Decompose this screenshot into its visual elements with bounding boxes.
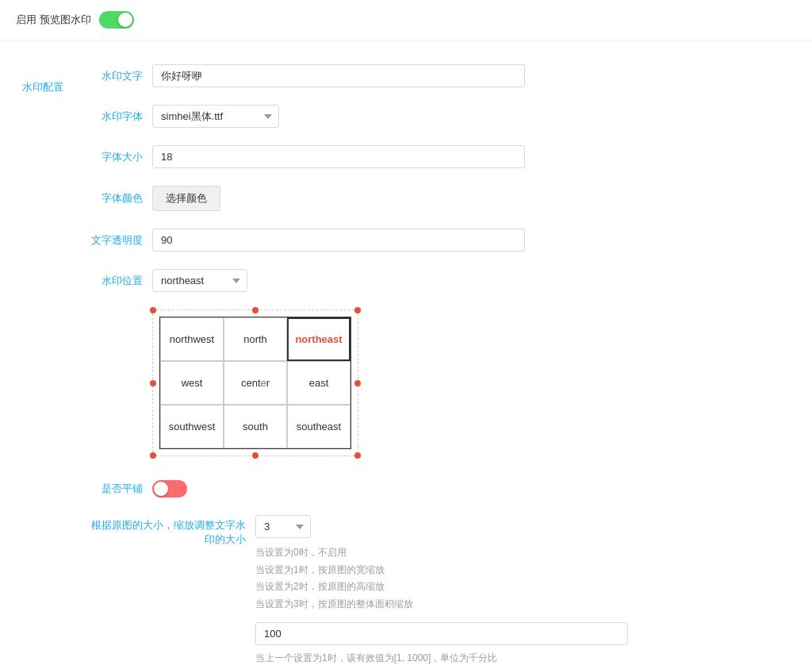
config-area: 水印文字 水印字体 simhei黑体.ttf Arial.ttf Times N…: [71, 56, 812, 665]
section-title: 水印配置: [0, 56, 71, 665]
dot-bot-right: [354, 452, 361, 459]
grid-cell-north[interactable]: north: [224, 317, 287, 361]
dot-bot-center: [252, 452, 259, 459]
watermark-font-row: 水印字体 simhei黑体.ttf Arial.ttf Times New Ro…: [87, 105, 796, 128]
enable-toggle[interactable]: [99, 11, 134, 29]
scale-hint: 当设置为0时，不启用 当设置为1时，按原图的宽缩放 当设置为2时，按原图的高缩放…: [255, 544, 413, 613]
scale-select[interactable]: 0 1 2 3: [255, 515, 311, 538]
tiled-label: 是否平铺: [87, 482, 143, 496]
position-grid-container: northwest north northeast west: [152, 309, 358, 456]
dot-top-center: [252, 307, 259, 313]
dot-bot-left: [150, 452, 156, 459]
font-size-row: 字体大小: [87, 145, 796, 168]
grid-cell-southwest[interactable]: southwest: [160, 405, 224, 448]
watermark-pos-row: 水印位置 northwest north northeast west cent…: [87, 269, 796, 292]
grid-cell-label-east: east: [309, 377, 329, 389]
text-opacity-row: 文字透明度: [87, 229, 796, 252]
grid-cell-label-center: center: [241, 377, 270, 389]
grid-cell-label-south: south: [243, 421, 268, 432]
scale-row: 根据原图的大小，缩放调整文字水印的大小 0 1 2 3 当设置为0时，不启用 当…: [87, 515, 796, 613]
watermark-pos-label: 水印位置: [87, 274, 143, 288]
tiled-toggle-slider: [152, 480, 187, 498]
watermark-pos-select[interactable]: northwest north northeast west center ea…: [152, 269, 247, 292]
scale-value-row: 当上一个设置为1时，该有效值为[1, 1000]，单位为千分比 当上一个设置为2…: [255, 622, 796, 665]
scale-label: 根据原图的大小，缩放调整文字水印的大小: [87, 515, 246, 547]
grid-cell-label-northeast: northeast: [295, 333, 342, 345]
watermark-text-row: 水印文字: [87, 64, 796, 87]
position-grid-row: northwest north northeast west: [152, 309, 796, 456]
position-grid: northwest north northeast west: [159, 317, 351, 449]
tiled-toggle[interactable]: [152, 480, 187, 498]
dot-mid-left: [150, 380, 156, 386]
grid-cell-southeast[interactable]: southeast: [287, 405, 350, 448]
position-grid-wrapper: northwest north northeast west: [152, 309, 358, 456]
font-color-row: 字体颜色 选择颜色: [87, 186, 796, 211]
grid-cell-northwest[interactable]: northwest: [160, 317, 224, 361]
watermark-font-select[interactable]: simhei黑体.ttf Arial.ttf Times New Roman.t…: [152, 105, 279, 128]
color-button[interactable]: 选择颜色: [152, 186, 220, 211]
grid-cell-west[interactable]: west: [160, 361, 224, 405]
main-content: 水印配置 水印文字 水印字体 simhei黑体.ttf Arial.ttf Ti…: [0, 40, 812, 665]
watermark-text-label: 水印文字: [87, 69, 143, 83]
font-size-input[interactable]: [152, 145, 525, 168]
scale-col: 0 1 2 3 当设置为0时，不启用 当设置为1时，按原图的宽缩放 当设置为2时…: [255, 515, 413, 613]
scale-value-hint: 当上一个设置为1时，该有效值为[1, 1000]，单位为千分比 当上一个设置为2…: [255, 650, 628, 665]
dot-mid-right: [354, 380, 361, 386]
watermark-text-input[interactable]: [152, 64, 525, 87]
font-size-label: 字体大小: [87, 150, 143, 164]
scale-value-col: 当上一个设置为1时，该有效值为[1, 1000]，单位为千分比 当上一个设置为2…: [255, 622, 628, 665]
scale-value-input[interactable]: [255, 622, 628, 645]
grid-cell-label-southwest: southwest: [169, 421, 216, 432]
grid-cell-south[interactable]: south: [224, 405, 287, 448]
grid-cell-label-north: north: [243, 333, 267, 345]
enable-label: 启用 预览图水印: [16, 13, 91, 27]
text-opacity-input[interactable]: [152, 229, 525, 252]
tiled-row: 是否平铺: [87, 480, 796, 498]
text-opacity-label: 文字透明度: [87, 233, 143, 248]
font-color-label: 字体颜色: [87, 191, 143, 206]
grid-cell-label-northwest: northwest: [170, 333, 214, 345]
grid-cell-label-west: west: [182, 377, 203, 389]
watermark-font-label: 水印字体: [87, 110, 143, 124]
grid-cell-northeast[interactable]: northeast: [287, 317, 350, 361]
top-bar: 启用 预览图水印: [0, 0, 812, 40]
grid-cell-label-southeast: southeast: [297, 421, 341, 432]
toggle-slider: [99, 11, 134, 29]
dot-top-right: [354, 307, 361, 313]
grid-cell-east[interactable]: east: [287, 361, 350, 405]
dot-top-left: [150, 307, 156, 313]
grid-cell-center[interactable]: center: [224, 361, 287, 405]
